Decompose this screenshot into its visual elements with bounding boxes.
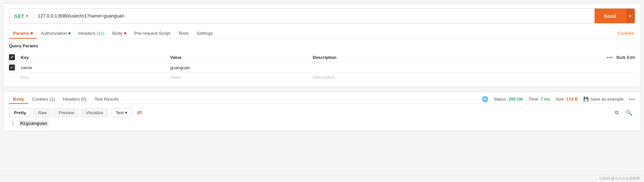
row-checkbox[interactable]: ✓ — [9, 65, 15, 70]
globe-icon: 🌐 — [482, 96, 488, 102]
authorization-dot — [68, 32, 71, 34]
value-header: Value — [170, 55, 313, 60]
status-code: 200 OK — [508, 97, 523, 102]
section-divider — [4, 87, 640, 92]
body-toolbar: Pretty Raw Preview Visualize Text ▾ ⇌ ⧉ … — [9, 107, 635, 118]
bulk-edit-area: ••• Bulk Edit — [595, 55, 635, 60]
tab-authorization[interactable]: Authorization — [37, 28, 75, 38]
params-header-row: ✓ Key Value Description ••• Bulk Edit — [9, 52, 635, 63]
method-selector[interactable]: GET ▾ — [9, 9, 33, 23]
query-params-label: Query Params — [9, 42, 635, 50]
send-btn-group: Send ▾ — [595, 9, 635, 23]
raw-view-button[interactable]: Raw — [33, 108, 52, 117]
cookies-link[interactable]: Cookies — [616, 28, 635, 38]
empty-key-placeholder[interactable]: Key — [21, 75, 170, 80]
code-content: Higuanguan — [19, 121, 635, 126]
send-dropdown-button[interactable]: ▾ — [625, 9, 635, 23]
empty-value-placeholder[interactable]: Value — [170, 75, 313, 80]
response-more-button[interactable]: ••• — [629, 96, 635, 102]
tab-params[interactable]: Params — [9, 28, 37, 38]
response-tab-test-results[interactable]: Test Results — [91, 95, 123, 104]
copy-button[interactable]: ⧉ — [612, 108, 621, 117]
footer-text: CSDN @小小小小关同学 — [600, 176, 640, 181]
row-value-cell[interactable]: guanguan — [170, 65, 313, 70]
params-dot — [31, 32, 33, 34]
method-value: GET — [14, 13, 24, 19]
format-value: Text — [116, 110, 124, 115]
bulk-edit-button[interactable]: Bulk Edit — [616, 55, 635, 60]
request-tabs-row: Params Authorization Headers (12) Body P… — [9, 28, 635, 39]
params-check-header: ✓ — [9, 54, 21, 60]
format-chevron-icon: ▾ — [125, 110, 127, 115]
search-button[interactable]: 🔍 — [623, 108, 635, 117]
save-as-example-button[interactable]: 💾 Save as example — [583, 97, 624, 102]
response-status-area: 🌐 Status: 200 OK Time: 7 ms Size: 174 B … — [482, 96, 635, 102]
response-tab-body[interactable]: Body — [9, 95, 28, 104]
status-label: Status: 200 OK — [494, 97, 523, 102]
tab-prerequest[interactable]: Pre-request Script — [130, 28, 174, 38]
row-check-col: ✓ — [9, 65, 21, 70]
send-button[interactable]: Send — [595, 9, 625, 23]
tab-headers[interactable]: Headers (12) — [75, 28, 108, 38]
time-label: Time: 7 ms — [529, 97, 550, 102]
size-label: Size: 174 B — [555, 97, 578, 102]
url-input[interactable] — [33, 9, 595, 23]
code-highlight-1: Higuanguan — [19, 121, 48, 126]
line-number-1: 1 — [9, 121, 14, 126]
key-header: Key — [21, 55, 170, 60]
line-numbers: 1 — [9, 121, 19, 126]
save-icon: 💾 — [583, 97, 589, 102]
format-selector[interactable]: Text ▾ — [111, 108, 132, 117]
tab-tests[interactable]: Tests — [174, 28, 193, 38]
row-key-cell[interactable]: name — [21, 65, 170, 70]
tab-settings[interactable]: Settings — [193, 28, 217, 38]
wrap-button[interactable]: ⇌ — [134, 107, 145, 118]
save-example-label: Save as example — [591, 97, 624, 102]
code-area: 1 Higuanguan — [9, 121, 635, 126]
method-chevron-icon: ▾ — [26, 14, 28, 18]
time-value: 7 ms — [541, 97, 550, 102]
table-row: ✓ name guanguan — [9, 63, 635, 73]
size-value: 174 B — [566, 97, 578, 102]
code-line-1: Higuanguan — [19, 121, 635, 126]
headers-badge: (12) — [97, 31, 104, 36]
tab-body[interactable]: Body — [108, 28, 130, 38]
body-dot — [124, 32, 126, 34]
empty-desc-placeholder[interactable]: Description — [313, 75, 635, 80]
wrap-icon: ⇌ — [137, 109, 142, 116]
footer-bar: CSDN @小小小小关同学 — [0, 175, 644, 182]
params-ellipsis-button[interactable]: ••• — [607, 55, 613, 60]
query-params-section: Query Params ✓ Key Value Description •••… — [9, 42, 635, 82]
url-bar: GET ▾ Send ▾ — [9, 8, 635, 23]
search-icon: 🔍 — [626, 110, 632, 115]
params-empty-row: Key Value Description — [9, 73, 635, 82]
response-tab-headers[interactable]: Headers (5) — [59, 95, 91, 104]
pretty-view-button[interactable]: Pretty — [9, 108, 31, 117]
preview-view-button[interactable]: Preview — [54, 108, 79, 117]
response-tab-cookies[interactable]: Cookies (1) — [28, 95, 59, 104]
visualize-view-button[interactable]: Visualize — [81, 108, 108, 117]
check-all-checkbox[interactable]: ✓ — [9, 54, 15, 60]
desc-header: Description — [313, 55, 595, 60]
copy-icon: ⧉ — [615, 110, 618, 115]
response-tabs-row: Body Cookies (1) Headers (5) Test Result… — [9, 92, 635, 104]
